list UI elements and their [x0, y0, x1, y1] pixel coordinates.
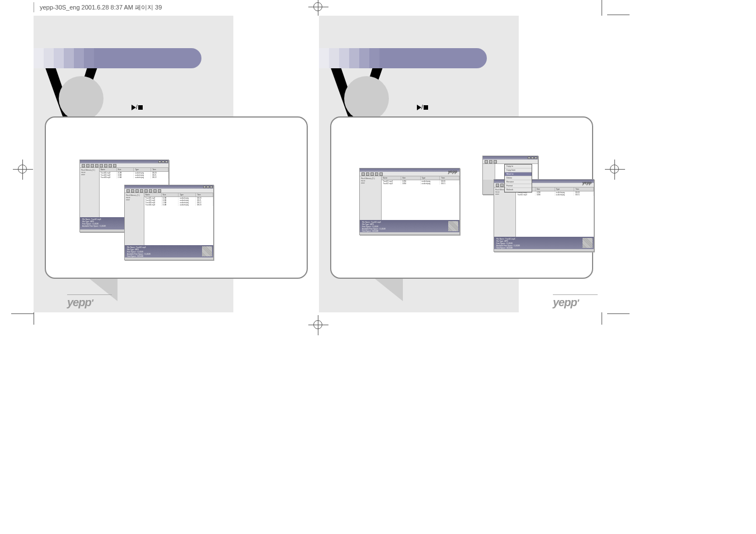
page-spread: y / Flash Memory (C:) music voice: [34, 16, 604, 312]
bg-circle: [59, 76, 104, 121]
illustration-frame-left: Flash Memory (C:) music voice Name Size …: [45, 116, 308, 279]
brand-logo: yepp: [67, 294, 112, 309]
menu-item[interactable]: Format: [505, 184, 532, 188]
crop-mark: [11, 313, 34, 314]
format-status-icon: [202, 246, 212, 256]
stop-icon: [138, 105, 143, 110]
illustration-frame-right: yepp Flash Memory (C:) music voice Name …: [330, 116, 593, 279]
app-window-context-parent: Copy to Copy from Move to Delete Rename …: [482, 156, 538, 195]
page-left: y / Flash Memory (C:) music voice: [34, 16, 319, 312]
brand-logo-small: yepp: [583, 181, 591, 185]
crop-mark: [607, 15, 630, 15]
gradient-bar: [319, 48, 487, 68]
imposition-header: yepp-30S_eng 2001.6.28 8:37 AM 페이지 39: [34, 2, 162, 12]
brand-logo-small: yepp: [448, 170, 457, 174]
format-status-icon: [583, 238, 593, 248]
crop-mark: [607, 313, 630, 314]
app-window-explorer-front: Flash Memory (C:) music voice Name Size …: [124, 185, 214, 260]
menu-item-selected[interactable]: Move to: [505, 172, 532, 176]
menu-item[interactable]: Delete: [505, 176, 532, 180]
menu-item[interactable]: Rename: [505, 180, 532, 184]
menu-item[interactable]: Copy to: [505, 165, 532, 168]
play-icon: [417, 105, 421, 110]
play-icon: [132, 105, 136, 110]
context-menu[interactable]: Copy to Copy from Move to Delete Rename …: [504, 164, 532, 193]
registration-mark-right: [610, 165, 619, 174]
brand-logo: yepp: [553, 294, 598, 309]
page-right: y / yepp Flash Memory (C:) music: [319, 16, 604, 312]
app-window-yepp-explorer: yepp Flash Memory (C:) music voice Name …: [359, 168, 460, 235]
play-stop-glyph: /: [132, 104, 143, 110]
registration-mark-bottom: [313, 320, 322, 329]
stop-icon: [424, 105, 428, 110]
bg-circle: [344, 76, 389, 121]
menu-item[interactable]: Copy from: [505, 168, 532, 172]
play-stop-glyph: /: [417, 104, 428, 110]
registration-mark-top: [313, 2, 322, 11]
format-status-icon: [448, 221, 458, 231]
registration-mark-left: [18, 165, 27, 174]
menu-item[interactable]: Refresh: [505, 188, 532, 192]
gradient-bar: [34, 48, 201, 68]
